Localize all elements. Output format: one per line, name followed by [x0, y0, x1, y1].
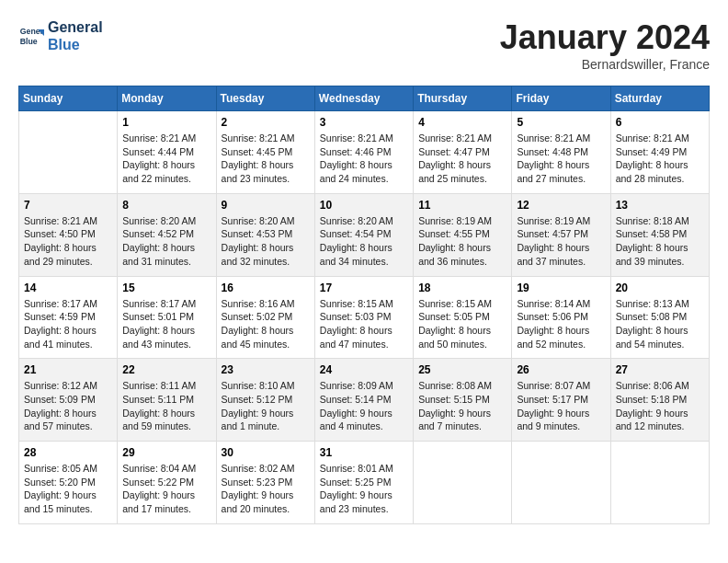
calendar-row-3: 21Sunrise: 8:12 AMSunset: 5:09 PMDayligh… [19, 359, 710, 442]
day-info: Sunrise: 8:08 AMSunset: 5:15 PMDaylight:… [418, 379, 506, 433]
calendar-cell: 16Sunrise: 8:16 AMSunset: 5:02 PMDayligh… [216, 276, 314, 359]
calendar-header-row: SundayMondayTuesdayWednesdayThursdayFrid… [19, 86, 710, 111]
day-number: 17 [320, 282, 408, 294]
day-number: 9 [222, 199, 310, 212]
logo-line1: General [48, 18, 103, 36]
day-info: Sunrise: 8:11 AMSunset: 5:11 PMDaylight:… [122, 379, 210, 433]
day-info: Sunrise: 8:20 AMSunset: 4:53 PMDaylight:… [222, 214, 310, 269]
day-info: Sunrise: 8:21 AMSunset: 4:46 PMDaylight:… [320, 132, 408, 186]
calendar-cell: 15Sunrise: 8:17 AMSunset: 5:01 PMDayligh… [118, 276, 216, 359]
day-info: Sunrise: 8:05 AMSunset: 5:20 PMDaylight:… [24, 462, 112, 516]
day-info: Sunrise: 8:13 AMSunset: 5:08 PMDaylight:… [616, 297, 704, 351]
calendar-row-4: 28Sunrise: 8:05 AMSunset: 5:20 PMDayligh… [19, 442, 710, 524]
day-info: Sunrise: 8:21 AMSunset: 4:44 PMDaylight:… [122, 132, 210, 186]
col-header-monday: Monday [118, 86, 216, 111]
col-header-tuesday: Tuesday [216, 86, 314, 111]
day-number: 25 [418, 363, 506, 376]
day-number: 22 [122, 363, 210, 376]
day-number: 7 [24, 199, 112, 212]
day-info: Sunrise: 8:10 AMSunset: 5:12 PMDaylight:… [222, 379, 310, 433]
calendar-cell: 7Sunrise: 8:21 AMSunset: 4:50 PMDaylight… [19, 193, 118, 276]
title-area: January 2024 Bernardswiller, France [500, 18, 710, 72]
day-number: 5 [517, 116, 605, 129]
svg-text:Blue: Blue [20, 37, 38, 46]
day-number: 8 [122, 199, 210, 212]
day-number: 27 [616, 363, 704, 376]
day-info: Sunrise: 8:21 AMSunset: 4:49 PMDaylight:… [616, 132, 704, 186]
calendar-cell: 11Sunrise: 8:19 AMSunset: 4:55 PMDayligh… [414, 193, 512, 276]
day-info: Sunrise: 8:07 AMSunset: 5:17 PMDaylight:… [517, 379, 605, 433]
page-header: General Blue General Blue January 2024 B… [18, 18, 710, 72]
day-info: Sunrise: 8:17 AMSunset: 4:59 PMDaylight:… [24, 297, 112, 351]
day-number: 21 [24, 363, 112, 376]
calendar-cell: 8Sunrise: 8:20 AMSunset: 4:52 PMDaylight… [118, 193, 216, 276]
calendar-cell: 13Sunrise: 8:18 AMSunset: 4:58 PMDayligh… [610, 193, 709, 276]
calendar-cell: 26Sunrise: 8:07 AMSunset: 5:17 PMDayligh… [512, 359, 610, 442]
day-info: Sunrise: 8:21 AMSunset: 4:50 PMDaylight:… [24, 214, 112, 269]
calendar-cell: 4Sunrise: 8:21 AMSunset: 4:47 PMDaylight… [414, 111, 512, 194]
day-number: 31 [320, 446, 408, 459]
day-number: 19 [517, 282, 605, 294]
calendar-cell: 12Sunrise: 8:19 AMSunset: 4:57 PMDayligh… [512, 193, 610, 276]
day-info: Sunrise: 8:21 AMSunset: 4:47 PMDaylight:… [418, 132, 506, 186]
day-number: 10 [320, 199, 408, 212]
calendar-cell [512, 442, 610, 524]
day-number: 3 [320, 116, 408, 129]
calendar-row-0: 1Sunrise: 8:21 AMSunset: 4:44 PMDaylight… [19, 111, 710, 194]
calendar-cell: 6Sunrise: 8:21 AMSunset: 4:49 PMDaylight… [610, 111, 709, 194]
calendar-cell: 2Sunrise: 8:21 AMSunset: 4:45 PMDaylight… [216, 111, 314, 194]
calendar-cell: 10Sunrise: 8:20 AMSunset: 4:54 PMDayligh… [314, 193, 413, 276]
month-title: January 2024 [500, 18, 710, 57]
calendar-cell: 1Sunrise: 8:21 AMSunset: 4:44 PMDaylight… [118, 111, 216, 194]
day-info: Sunrise: 8:04 AMSunset: 5:22 PMDaylight:… [122, 462, 210, 516]
day-info: Sunrise: 8:20 AMSunset: 4:54 PMDaylight:… [320, 214, 408, 269]
day-info: Sunrise: 8:19 AMSunset: 4:55 PMDaylight:… [418, 214, 506, 269]
calendar-cell: 19Sunrise: 8:14 AMSunset: 5:06 PMDayligh… [512, 276, 610, 359]
logo: General Blue General Blue [18, 18, 103, 53]
calendar-cell: 23Sunrise: 8:10 AMSunset: 5:12 PMDayligh… [216, 359, 314, 442]
day-number: 23 [222, 363, 310, 376]
calendar-cell: 28Sunrise: 8:05 AMSunset: 5:20 PMDayligh… [19, 442, 118, 524]
day-number: 30 [222, 446, 310, 459]
day-info: Sunrise: 8:19 AMSunset: 4:57 PMDaylight:… [517, 214, 605, 269]
calendar-cell: 30Sunrise: 8:02 AMSunset: 5:23 PMDayligh… [216, 442, 314, 524]
calendar-cell [610, 442, 709, 524]
day-number: 26 [517, 363, 605, 376]
day-info: Sunrise: 8:21 AMSunset: 4:45 PMDaylight:… [222, 132, 310, 186]
day-info: Sunrise: 8:17 AMSunset: 5:01 PMDaylight:… [122, 297, 210, 351]
day-number: 20 [616, 282, 704, 294]
day-info: Sunrise: 8:06 AMSunset: 5:18 PMDaylight:… [616, 379, 704, 433]
day-number: 1 [122, 116, 210, 129]
col-header-friday: Friday [512, 86, 610, 111]
day-number: 11 [418, 199, 506, 212]
day-info: Sunrise: 8:14 AMSunset: 5:06 PMDaylight:… [517, 297, 605, 351]
day-number: 15 [122, 282, 210, 294]
calendar-cell: 29Sunrise: 8:04 AMSunset: 5:22 PMDayligh… [118, 442, 216, 524]
day-number: 24 [320, 363, 408, 376]
day-number: 4 [418, 116, 506, 129]
calendar-cell: 3Sunrise: 8:21 AMSunset: 4:46 PMDaylight… [314, 111, 413, 194]
day-info: Sunrise: 8:18 AMSunset: 4:58 PMDaylight:… [616, 214, 704, 269]
calendar-cell: 25Sunrise: 8:08 AMSunset: 5:15 PMDayligh… [414, 359, 512, 442]
day-info: Sunrise: 8:01 AMSunset: 5:25 PMDaylight:… [320, 462, 408, 516]
day-number: 16 [222, 282, 310, 294]
day-info: Sunrise: 8:21 AMSunset: 4:48 PMDaylight:… [517, 132, 605, 186]
calendar-cell: 17Sunrise: 8:15 AMSunset: 5:03 PMDayligh… [314, 276, 413, 359]
calendar-row-2: 14Sunrise: 8:17 AMSunset: 4:59 PMDayligh… [19, 276, 710, 359]
calendar-cell: 27Sunrise: 8:06 AMSunset: 5:18 PMDayligh… [610, 359, 709, 442]
col-header-wednesday: Wednesday [314, 86, 413, 111]
day-number: 18 [418, 282, 506, 294]
day-info: Sunrise: 8:02 AMSunset: 5:23 PMDaylight:… [222, 462, 310, 516]
calendar-cell: 18Sunrise: 8:15 AMSunset: 5:05 PMDayligh… [414, 276, 512, 359]
day-number: 13 [616, 199, 704, 212]
calendar-cell: 9Sunrise: 8:20 AMSunset: 4:53 PMDaylight… [216, 193, 314, 276]
calendar-cell: 31Sunrise: 8:01 AMSunset: 5:25 PMDayligh… [314, 442, 413, 524]
logo-line2: Blue [48, 36, 103, 53]
day-number: 2 [222, 116, 310, 129]
col-header-saturday: Saturday [610, 86, 709, 111]
day-number: 14 [24, 282, 112, 294]
day-info: Sunrise: 8:20 AMSunset: 4:52 PMDaylight:… [122, 214, 210, 269]
calendar-cell: 21Sunrise: 8:12 AMSunset: 5:09 PMDayligh… [19, 359, 118, 442]
calendar-cell: 5Sunrise: 8:21 AMSunset: 4:48 PMDaylight… [512, 111, 610, 194]
logo-icon: General Blue [18, 23, 44, 49]
